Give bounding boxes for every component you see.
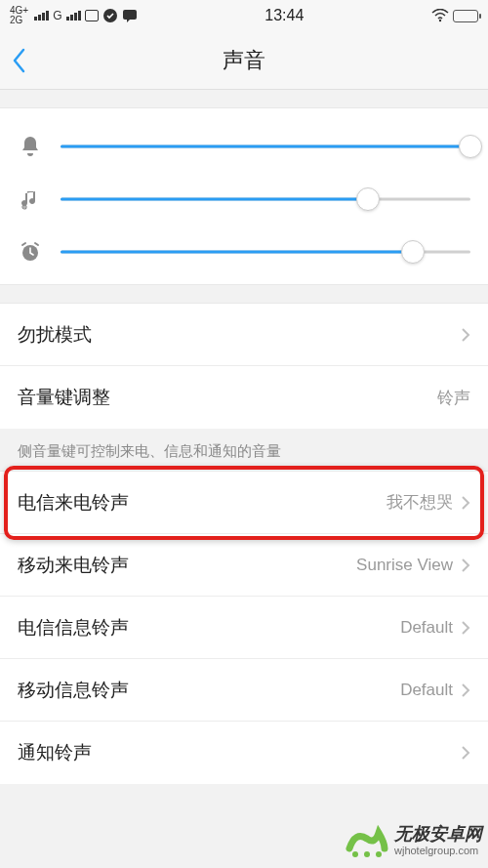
chevron-right-icon	[461, 682, 470, 698]
row-telecom-ring-value: 我不想哭	[386, 491, 453, 514]
comment-icon	[122, 8, 138, 23]
alarm-slider[interactable]	[61, 240, 470, 264]
header: 声音	[0, 31, 488, 90]
battery-icon	[453, 10, 478, 22]
row-telecom-message[interactable]: 电信信息铃声 Default	[0, 597, 488, 659]
status-right	[431, 9, 478, 22]
status-bar: 4G+ 2G G 13:44	[0, 0, 488, 31]
chevron-right-icon	[461, 495, 470, 511]
row-mobile-ring-label: 移动来电铃声	[18, 553, 129, 578]
watermark-logo-icon	[346, 819, 388, 862]
net-label-bottom: 2G	[10, 16, 28, 25]
row-telecom-ringtone[interactable]: 电信来电铃声 我不想哭	[0, 472, 488, 534]
settings-list-2: 电信来电铃声 我不想哭 移动来电铃声 Sunrise View 电信信息铃声 D…	[0, 471, 488, 784]
svg-point-8	[376, 851, 382, 857]
page-title: 声音	[223, 46, 265, 75]
slider-ringtone	[18, 120, 470, 173]
svg-point-7	[364, 851, 370, 857]
row-dnd-label: 勿扰模式	[18, 322, 92, 348]
music-note-icon	[18, 186, 43, 212]
settings-list-1: 勿扰模式 音量键调整 铃声	[0, 303, 488, 429]
bell-icon	[18, 134, 43, 159]
signal-icon-1	[34, 11, 49, 21]
checkmark-circle-icon	[102, 8, 118, 23]
chevron-right-icon	[461, 745, 470, 761]
row-volkey-value: 铃声	[437, 387, 470, 409]
chevron-right-icon	[461, 558, 470, 573]
svg-point-2	[439, 20, 441, 21]
svg-rect-1	[123, 10, 137, 20]
row-mobile-message[interactable]: 移动信息铃声 Default	[0, 659, 488, 722]
row-dnd[interactable]: 勿扰模式	[0, 304, 488, 366]
row-volume-key[interactable]: 音量键调整 铃声	[0, 366, 488, 429]
slider-media	[18, 173, 470, 226]
volume-sliders	[0, 107, 488, 285]
g-label: G	[53, 11, 61, 21]
watermark-en: wjhotelgroup.com	[394, 845, 482, 856]
row-mobile-ringtone[interactable]: 移动来电铃声 Sunrise View	[0, 534, 488, 597]
status-left: 4G+ 2G G	[10, 6, 138, 25]
row-telecom-msg-value: Default	[400, 618, 453, 638]
row-telecom-msg-label: 电信信息铃声	[18, 615, 129, 641]
svg-point-6	[352, 851, 358, 857]
row-notify-label: 通知铃声	[18, 740, 92, 765]
ringtone-slider[interactable]	[61, 135, 470, 158]
watermark-cn: 无极安卓网	[394, 825, 482, 845]
sim-icon	[85, 10, 99, 21]
signal-icon-2	[66, 11, 81, 21]
row-telecom-ring-label: 电信来电铃声	[18, 490, 129, 516]
row-notification[interactable]: 通知铃声	[0, 722, 488, 784]
section-note: 侧音量键可控制来电、信息和通知的音量	[0, 429, 488, 471]
chevron-left-icon	[12, 48, 27, 73]
row-volkey-label: 音量键调整	[18, 385, 110, 410]
media-slider[interactable]	[61, 187, 470, 211]
status-time: 13:44	[264, 7, 304, 24]
row-mobile-ring-value: Sunrise View	[356, 556, 453, 575]
chevron-right-icon	[461, 327, 470, 343]
row-mobile-msg-label: 移动信息铃声	[18, 678, 129, 703]
wifi-icon	[431, 9, 449, 22]
slider-alarm	[18, 226, 470, 278]
chevron-right-icon	[461, 620, 470, 636]
row-mobile-msg-value: Default	[400, 681, 453, 700]
back-button[interactable]	[12, 31, 27, 89]
clock-icon	[18, 239, 43, 265]
watermark: 无极安卓网 wjhotelgroup.com	[346, 819, 482, 862]
